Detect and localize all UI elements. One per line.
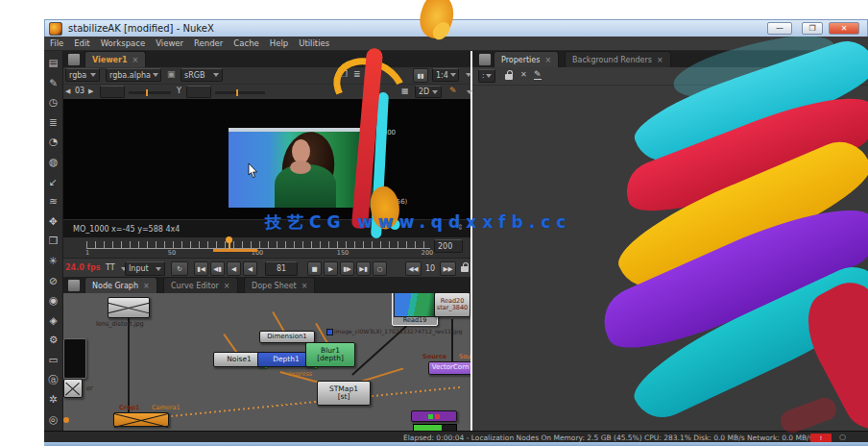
plugins-icon[interactable]: ⓐ <box>47 374 60 385</box>
tab-background-renders[interactable]: Background Renders × <box>565 51 671 67</box>
draw-icon[interactable]: ✎ <box>47 77 60 88</box>
play-backward-button[interactable]: ◀ <box>227 261 241 276</box>
viewer-canvas[interactable]: .1000 (608x256) <box>63 99 470 219</box>
viewer-tab-close-icon[interactable]: × <box>133 56 139 64</box>
panel-menu-icon[interactable] <box>67 53 81 66</box>
cycle-button[interactable]: ○ <box>373 261 387 276</box>
minimize-button[interactable]: — <box>767 22 792 35</box>
frame-step-value[interactable]: 10 <box>425 264 435 273</box>
tab-viewer1[interactable]: Viewer1 × <box>84 51 146 67</box>
node-write-progress[interactable] <box>411 410 457 422</box>
edit-icon[interactable]: ✎ <box>534 69 542 80</box>
menu-cache[interactable]: Cache <box>233 38 258 48</box>
gain-slider-handle[interactable] <box>146 89 148 96</box>
gain-slider[interactable] <box>129 91 171 94</box>
time-icon[interactable]: ◷ <box>47 96 60 108</box>
stack-icon[interactable]: ≣ <box>353 69 361 79</box>
tab-close-icon[interactable]: × <box>143 282 150 290</box>
menu-help[interactable]: Help <box>270 38 288 48</box>
step-forward-button[interactable]: ▮▶ <box>340 261 354 276</box>
prev-keyframe-button[interactable]: ◀▮ <box>210 261 225 276</box>
stop-button[interactable]: ■ <box>307 261 322 276</box>
node-graph-canvas[interactable]: express lens_distort.jpg er Noise1 Dimen… <box>63 293 470 431</box>
goto-end-button[interactable]: ▶▮ <box>356 261 371 276</box>
frame-back-icon[interactable]: ◀ <box>65 87 70 95</box>
maximize-button[interactable]: ❐ <box>802 22 823 35</box>
tab-dope-sheet[interactable]: Dope Sheet × <box>244 277 315 293</box>
step-back-button[interactable]: ◀ <box>243 261 257 276</box>
current-frame-field[interactable]: 81 <box>265 261 298 276</box>
menu-utilities[interactable]: Utilities <box>299 38 329 48</box>
roi-icon[interactable]: ▦ <box>401 87 409 95</box>
menu-file[interactable]: File <box>50 38 63 48</box>
filter-icon[interactable]: ◍ <box>47 156 60 167</box>
tab-properties[interactable]: Properties × <box>494 51 559 67</box>
menu-viewer[interactable]: Viewer <box>156 38 183 48</box>
gain-field[interactable] <box>100 86 125 98</box>
channel-dropdown[interactable]: rgba.alpha <box>106 68 161 82</box>
gamma-slider-handle[interactable] <box>236 89 238 96</box>
error-badge[interactable]: ! <box>810 434 832 442</box>
threed-icon[interactable]: ❒ <box>47 235 60 246</box>
sparkles-icon[interactable]: ✲ <box>47 393 60 405</box>
tab-close-icon[interactable]: × <box>301 282 308 290</box>
other-icon[interactable]: ▭ <box>47 354 60 365</box>
playhead-handle[interactable] <box>226 236 232 243</box>
menu-workspace[interactable]: Workspace <box>101 38 145 48</box>
tab-curve-editor[interactable]: Curve Editor × <box>163 277 238 293</box>
expand-icon[interactable]: ⇕ <box>457 223 464 232</box>
jump-forward-button[interactable]: ▶▶ <box>440 261 456 276</box>
metadata-icon[interactable]: ◈ <box>47 314 60 326</box>
toolsets-icon[interactable]: ⚙ <box>47 334 60 345</box>
close-button[interactable]: ✕ <box>829 22 859 35</box>
channel-icon[interactable]: ≣ <box>47 116 60 128</box>
frame-fwd-icon[interactable]: ▶ <box>88 87 93 95</box>
tab-node-graph[interactable]: Node Graph × <box>84 277 157 293</box>
window-titlebar[interactable]: stabilizeAK [modified] - NukeX — ❐ ✕ <box>44 19 868 37</box>
image-icon[interactable]: ▤ <box>47 57 60 68</box>
range-end-field[interactable]: 200 <box>434 239 463 253</box>
tab-close-icon[interactable]: × <box>657 56 663 64</box>
node-stmap1[interactable]: STMap1 [st] <box>317 381 371 406</box>
layer-dropdown[interactable]: rgba <box>65 68 100 82</box>
render-icon[interactable]: ◎ <box>47 413 60 425</box>
deep-icon[interactable]: ⊘ <box>47 275 60 286</box>
wipe-icon[interactable]: ❐ <box>340 69 348 79</box>
play-button[interactable]: ▶ <box>324 261 338 276</box>
node-read-dark-crossed[interactable] <box>63 379 83 398</box>
clear-panels-icon[interactable]: ✕ <box>520 70 527 79</box>
lock-icon[interactable] <box>461 266 469 272</box>
node-read-dark[interactable] <box>63 338 86 379</box>
menu-edit[interactable]: Edit <box>74 38 89 48</box>
goto-start-button[interactable]: ▮◀ <box>194 261 208 276</box>
particles-icon[interactable]: ✳ <box>47 255 60 266</box>
pencil-icon[interactable]: ✎ <box>449 86 457 95</box>
lock-icon[interactable] <box>505 74 513 80</box>
node-blur1[interactable]: Blur1 [depth] <box>305 342 355 367</box>
node-lens-read[interactable] <box>108 297 150 318</box>
tab-close-icon[interactable]: × <box>544 56 551 64</box>
pause-button[interactable]: ▮▮ <box>413 68 428 83</box>
merge-icon[interactable]: ≋ <box>47 195 60 207</box>
color-icon[interactable]: ◔ <box>47 136 60 147</box>
loop-mode-button[interactable]: ↻ <box>171 261 188 276</box>
tab-close-icon[interactable]: × <box>224 282 230 290</box>
properties-list-dropdown[interactable]: ∶ <box>478 69 495 83</box>
input-dropdown[interactable]: Input <box>125 261 165 276</box>
lut-dropdown[interactable]: sRGB <box>181 68 223 82</box>
jump-back-button[interactable]: ◀◀ <box>405 261 422 276</box>
range-mode-dropdown[interactable]: TT <box>106 263 115 272</box>
node-read19[interactable]: Read19 <box>392 293 438 326</box>
panel-menu-icon[interactable] <box>478 53 492 66</box>
keyer-icon[interactable]: ↙ <box>47 176 60 187</box>
gamma-field[interactable] <box>186 86 211 98</box>
node-crop-crossed[interactable] <box>113 412 169 427</box>
node-vectorcorner[interactable]: VectorCorn <box>428 361 470 375</box>
gamma-slider[interactable] <box>215 91 265 94</box>
node-read20[interactable]: Read20 star_3840 <box>434 293 470 317</box>
menu-render[interactable]: Render <box>194 38 223 48</box>
chevron-down-icon[interactable] <box>466 73 471 77</box>
timeline-ruler[interactable]: 1 50 100 150 200 200 <box>63 237 470 258</box>
gamma-icon[interactable]: ▣ <box>167 69 176 79</box>
view-mode-dropdown[interactable]: 2D <box>415 86 442 98</box>
